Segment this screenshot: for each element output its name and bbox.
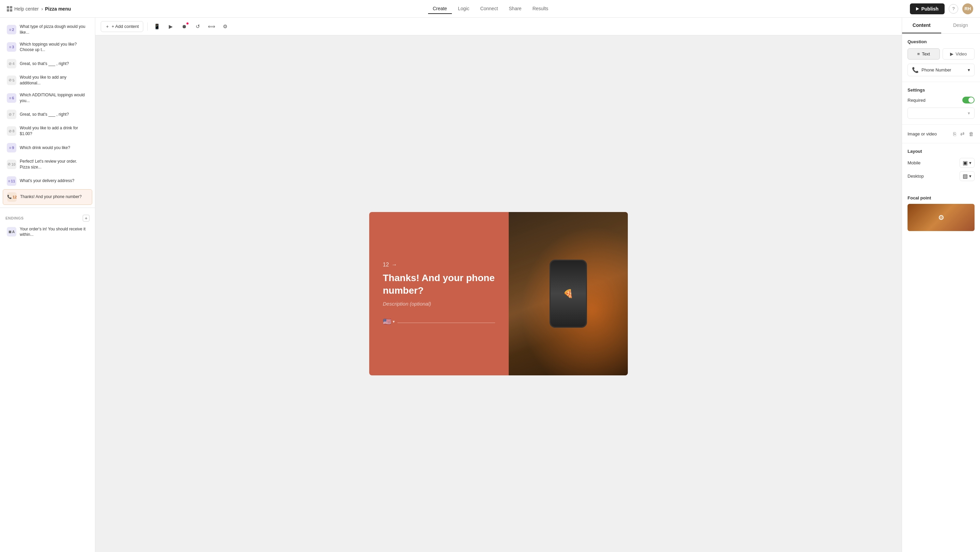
item-num-8: 8 xyxy=(12,129,14,133)
phone-input-underline xyxy=(398,323,495,323)
app-logo[interactable]: Help center xyxy=(7,6,39,11)
tab-create[interactable]: Create xyxy=(428,4,452,14)
desktop-layout-icon: ▧ xyxy=(963,173,968,179)
item-icon-8: ⊘ xyxy=(8,129,11,134)
tab-results[interactable]: Results xyxy=(528,4,553,14)
item-text-10: Perfect! Let's review your order. Pizza … xyxy=(20,159,88,170)
tab-connect[interactable]: Connect xyxy=(476,4,503,14)
sidebar-item-9[interactable]: ≡ 9 Which drink would you like? xyxy=(3,140,92,155)
sidebar-ending-a[interactable]: ▦ A Your order's in! You should receive … xyxy=(3,224,92,240)
toolbar-separator-1 xyxy=(147,22,148,31)
desktop-caret-icon: ▾ xyxy=(969,173,972,179)
extra-options-dropdown[interactable]: ▾ xyxy=(907,108,975,119)
item-text-8: Would you like to add a drink for $1.00? xyxy=(20,125,88,137)
panel-tab-design[interactable]: Design xyxy=(941,18,980,33)
replace-image-button[interactable]: ⇄ xyxy=(959,130,966,137)
tab-logic[interactable]: Logic xyxy=(453,4,474,14)
item-badge-9: ≡ 9 xyxy=(7,143,16,153)
flag-emoji: 🇺🇸 xyxy=(383,318,391,326)
sidebar-item-3[interactable]: ≡ 3 Which toppings would you like? Choos… xyxy=(3,39,92,56)
desktop-layout-dropdown[interactable]: ▧ ▾ xyxy=(959,171,975,181)
add-content-button[interactable]: ＋ + Add content xyxy=(101,21,143,32)
item-badge-11: ≡ 11 xyxy=(7,176,16,186)
play-preview-button[interactable]: ▶ xyxy=(165,21,176,32)
item-badge-2: ≡ 2 xyxy=(7,25,16,34)
required-label: Required xyxy=(907,98,926,103)
sidebar-item-11[interactable]: ≡ 11 What's your delivery address? xyxy=(3,173,92,189)
breadcrumb-sep: › xyxy=(41,6,43,11)
item-icon-3: ≡ xyxy=(9,45,11,49)
item-icon-10: ⊘ xyxy=(8,162,11,166)
panel-tab-content[interactable]: Content xyxy=(902,18,941,33)
item-num-12: 12 xyxy=(13,195,17,199)
sidebar-item-7[interactable]: ⊘ 7 Great, so that's ___ , right? xyxy=(3,107,92,122)
item-text-6: Which ADDITIONAL toppings would you... xyxy=(20,92,88,104)
settings-button[interactable]: ⚙ xyxy=(220,21,231,32)
item-num-3: 3 xyxy=(12,45,14,49)
image-video-row: Image or video ⎘ ⇄ 🗑 xyxy=(907,130,975,137)
item-icon-4: ⊘ xyxy=(8,62,11,66)
item-badge-3: ≡ 3 xyxy=(7,42,16,52)
item-text-3: Which toppings would you like? Choose up… xyxy=(20,41,88,53)
item-text-2: What type of pizza dough would you like.… xyxy=(20,24,88,35)
video-icon: ▶ xyxy=(950,51,953,56)
panel-tabs: Content Design xyxy=(902,18,980,34)
copy-image-button[interactable]: ⎘ xyxy=(953,130,957,137)
mobile-layout-dropdown[interactable]: ▣ ▾ xyxy=(959,158,975,168)
item-text-7: Great, so that's ___ , right? xyxy=(20,111,88,118)
sidebar-item-12[interactable]: 📞 12 Thanks! And your phone number? xyxy=(3,189,92,205)
item-text-11: What's your delivery address? xyxy=(20,178,88,184)
desktop-label: Desktop xyxy=(907,173,924,179)
item-badge-8: ⊘ 8 xyxy=(7,126,16,136)
help-center-link[interactable]: Help center xyxy=(14,6,39,11)
answer-format-dropdown[interactable]: 📞 Phone Number ▾ xyxy=(907,64,975,76)
answer-type-video-button[interactable]: ▶ Video xyxy=(943,48,975,60)
question-section-title: Question xyxy=(907,39,975,44)
sidebar-item-8[interactable]: ⊘ 8 Would you like to add a drink for $1… xyxy=(3,122,92,140)
avatar[interactable]: RH xyxy=(962,3,973,14)
focal-point-title: Focal point xyxy=(907,195,975,200)
endings-section: Endings + xyxy=(0,211,95,223)
record-button[interactable]: ⏺ xyxy=(179,21,190,32)
card-left: 12 → Thanks! And your phone number? Desc… xyxy=(369,212,509,375)
publish-button[interactable]: Publish xyxy=(910,3,945,14)
sidebar-item-5[interactable]: ⊘ 5 Would you like to add any additional… xyxy=(3,72,92,89)
item-text-4: Great, so that's ___ , right? xyxy=(20,61,88,67)
focal-point-preview[interactable] xyxy=(907,204,975,231)
ending-text-a: Your order's in! You should receive it w… xyxy=(20,226,88,238)
delete-image-button[interactable]: 🗑 xyxy=(968,130,975,137)
tab-share[interactable]: Share xyxy=(504,4,526,14)
sidebar-item-10[interactable]: ⊘ 10 Perfect! Let's review your order. P… xyxy=(3,156,92,173)
top-nav: Help center › Pizza menu Create Logic Co… xyxy=(0,0,980,18)
item-text-9: Which drink would you like? xyxy=(20,145,88,151)
answer-type-text-button[interactable]: ≡ Text xyxy=(907,48,940,60)
item-icon-11: ≡ xyxy=(8,179,10,183)
translate-button[interactable]: ⟺ xyxy=(206,21,217,32)
item-num-11: 11 xyxy=(11,179,15,183)
layout-title: Layout xyxy=(907,149,975,154)
required-toggle[interactable] xyxy=(962,97,975,103)
history-button[interactable]: ↺ xyxy=(192,21,204,32)
sidebar-item-2[interactable]: ≡ 2 What type of pizza dough would you l… xyxy=(3,21,92,38)
question-title: Thanks! And your phone number? xyxy=(383,272,495,297)
image-video-section: Image or video ⎘ ⇄ 🗑 xyxy=(902,124,980,143)
add-ending-button[interactable]: + xyxy=(83,215,89,221)
sidebar-item-6[interactable]: ≡ 6 Which ADDITIONAL toppings would you.… xyxy=(3,89,92,107)
focal-point-dot xyxy=(939,215,943,220)
item-badge-12: 📞 12 xyxy=(7,192,17,202)
mobile-caret-icon: ▾ xyxy=(969,160,972,165)
item-num-2: 2 xyxy=(12,27,14,32)
add-content-label: + Add content xyxy=(111,24,139,29)
mobile-preview-button[interactable]: 📱 xyxy=(152,21,163,32)
layout-section: Layout Mobile ▣ ▾ Desktop ▧ ▾ xyxy=(902,143,980,190)
help-button[interactable]: ? xyxy=(949,4,958,14)
sidebar-item-4[interactable]: ⊘ 4 Great, so that's ___ , right? xyxy=(3,56,92,71)
play-icon xyxy=(916,7,919,11)
dropdown-caret-icon: ▾ xyxy=(968,67,970,73)
pizza-scene-image: 🍕 xyxy=(509,212,628,375)
item-num-7: 7 xyxy=(12,112,14,116)
phone-mockup: 🍕 xyxy=(550,260,587,328)
item-num-10: 10 xyxy=(11,162,15,166)
text-icon: ≡ xyxy=(917,51,920,56)
country-flag-dropdown[interactable]: 🇺🇸 ▾ xyxy=(383,318,395,326)
